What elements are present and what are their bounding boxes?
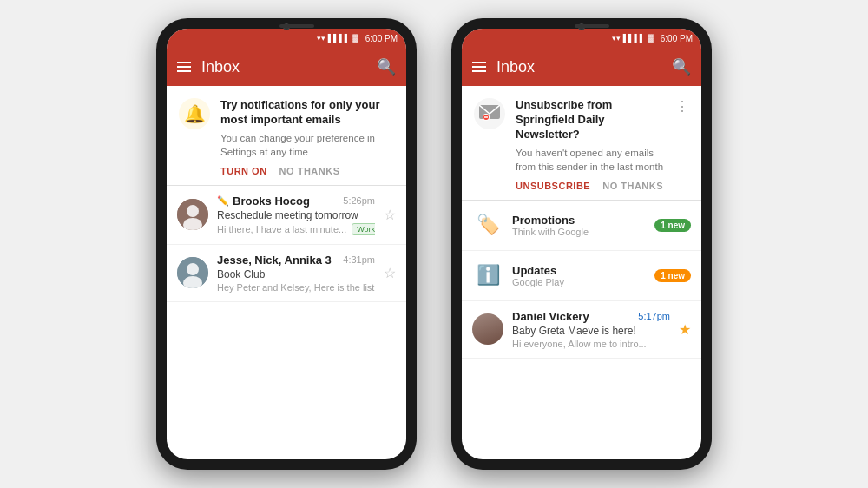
notification-content: Try notifications for only your most imp… (220, 98, 394, 176)
daniel-time: 5:17pm (638, 311, 670, 321)
wifi-icon: ▾▾ (317, 34, 326, 43)
left-email-list: ✏️ Brooks Hocog 5:26pm Reschedule meetin… (167, 186, 406, 459)
promotions-content: Promotions Think with Google (512, 214, 646, 237)
jesse-subject: Book Club (217, 268, 375, 280)
unsubscribe-content: Unsubscribe from Springfield Daily Newsl… (516, 98, 665, 191)
updates-badge: 1 new (654, 269, 691, 282)
left-phone: ▾▾ ▌▌▌▌ ▓ 6:00 PM Inbox 🔍 🔔 Try notifica… (156, 18, 417, 470)
bell-icon: 🔔 (184, 103, 206, 124)
unsubscribe-button[interactable]: UNSUBSCRIBE (516, 181, 590, 191)
jesse-avatar (177, 257, 208, 288)
promotions-name: Promotions (512, 214, 646, 227)
brooks-preview: Hi there, I have a last minute... Work (217, 223, 375, 235)
updates-sub: Google Play (512, 277, 646, 287)
daniel-email-header: Daniel Vickery 5:17pm (512, 310, 670, 323)
brooks-avatar (177, 199, 208, 230)
left-search-button[interactable]: 🔍 (377, 57, 396, 76)
email-item-brooks[interactable]: ✏️ Brooks Hocog 5:26pm Reschedule meetin… (167, 186, 406, 245)
notification-card: 🔔 Try notifications for only your most i… (167, 86, 406, 186)
left-toolbar: Inbox 🔍 (167, 48, 406, 86)
brooks-subject: Reschedule meeting tomorrow (217, 209, 375, 221)
daniel-preview: Hi everyone, Allow me to intro... (512, 339, 670, 349)
notification-body: You can change your preference in Settin… (220, 131, 394, 159)
brooks-email-header: ✏️ Brooks Hocog 5:26pm (217, 195, 375, 208)
unsubscribe-title: Unsubscribe from Springfield Daily Newsl… (516, 98, 665, 142)
unsubscribe-card: Unsubscribe from Springfield Daily Newsl… (462, 86, 701, 201)
left-status-bar: ▾▾ ▌▌▌▌ ▓ 6:00 PM (167, 29, 406, 48)
updates-name: Updates (512, 264, 646, 277)
brooks-sender: ✏️ Brooks Hocog (217, 195, 310, 208)
battery-icon: ▓ (352, 34, 358, 43)
brooks-time: 5:26pm (343, 195, 375, 206)
right-search-button[interactable]: 🔍 (672, 57, 691, 76)
daniel-subject: Baby Greta Maeve is here! (512, 325, 670, 337)
phone-speaker (279, 24, 314, 28)
svg-point-1 (187, 205, 199, 217)
jesse-time: 4:31pm (343, 254, 375, 265)
email-item-daniel[interactable]: Daniel Vickery 5:17pm Baby Greta Maeve i… (462, 301, 701, 359)
more-options-button[interactable]: ⋮ (675, 98, 689, 115)
right-phone-speaker (575, 24, 609, 28)
jesse-email-header: Jesse, Nick, Annika 3 4:31pm (217, 254, 375, 267)
right-toolbar-title: Inbox (496, 58, 661, 76)
turn-on-button[interactable]: TURN ON (220, 166, 267, 176)
promotions-icon: 🏷️ (472, 209, 503, 241)
right-status-icons: ▾▾ ▌▌▌▌ ▓ (612, 34, 654, 43)
jesse-email-content: Jesse, Nick, Annika 3 4:31pm Book Club H… (217, 254, 375, 293)
right-wifi-icon: ▾▾ (612, 34, 621, 43)
bell-icon-container: 🔔 (179, 98, 210, 129)
left-status-time: 6:00 PM (365, 34, 398, 43)
no-thanks-button-left[interactable]: NO THANKS (279, 166, 340, 176)
jesse-star[interactable]: ☆ (384, 265, 396, 281)
left-status-icons: ▾▾ ▌▌▌▌ ▓ (317, 34, 358, 43)
signal-icon: ▌▌▌▌ (328, 34, 351, 43)
left-phone-screen: ▾▾ ▌▌▌▌ ▓ 6:00 PM Inbox 🔍 🔔 Try notifica… (167, 29, 406, 459)
right-menu-button[interactable] (472, 62, 486, 72)
no-thanks-button-right[interactable]: NO THANKS (602, 181, 663, 191)
promotions-sub: Think with Google (512, 227, 646, 237)
unsubscribe-actions: UNSUBSCRIBE NO THANKS (516, 181, 665, 191)
updates-content: Updates Google Play (512, 264, 646, 287)
right-toolbar: Inbox 🔍 (462, 48, 701, 86)
work-badge: Work (352, 223, 375, 235)
right-phone-screen: ▾▾ ▌▌▌▌ ▓ 6:00 PM Inbox 🔍 (462, 29, 701, 459)
pencil-icon: ✏️ (217, 195, 229, 207)
promotions-category[interactable]: 🏷️ Promotions Think with Google 1 new (462, 201, 701, 251)
brooks-email-content: ✏️ Brooks Hocog 5:26pm Reschedule meetin… (217, 195, 375, 235)
notification-title: Try notifications for only your most imp… (220, 98, 394, 128)
right-battery-icon: ▓ (648, 34, 654, 43)
jesse-preview: Hey Peter and Kelsey, Here is the list..… (217, 282, 375, 293)
promotions-badge: 1 new (654, 219, 691, 232)
daniel-sender: Daniel Vickery (512, 310, 589, 323)
right-phone: ▾▾ ▌▌▌▌ ▓ 6:00 PM Inbox 🔍 (451, 18, 712, 470)
mail-icon-container (474, 98, 505, 129)
right-status-bar: ▾▾ ▌▌▌▌ ▓ 6:00 PM (462, 29, 701, 48)
updates-icon: ℹ️ (472, 260, 503, 291)
brooks-star[interactable]: ☆ (384, 207, 396, 223)
jesse-sender: Jesse, Nick, Annika 3 (217, 254, 332, 267)
left-menu-button[interactable] (177, 62, 191, 72)
left-toolbar-title: Inbox (201, 58, 366, 76)
right-status-time: 6:00 PM (661, 34, 693, 43)
right-category-list: 🏷️ Promotions Think with Google 1 new ℹ️… (462, 201, 701, 459)
svg-point-4 (187, 263, 199, 275)
daniel-avatar (472, 313, 503, 345)
unsubscribe-body: You haven't opened any emails from this … (516, 146, 665, 174)
updates-category[interactable]: ℹ️ Updates Google Play 1 new (462, 251, 701, 301)
daniel-email-content: Daniel Vickery 5:17pm Baby Greta Maeve i… (512, 310, 670, 349)
notification-actions: TURN ON NO THANKS (220, 166, 394, 176)
email-item-jesse[interactable]: Jesse, Nick, Annika 3 4:31pm Book Club H… (167, 245, 406, 302)
right-signal-icon: ▌▌▌▌ (623, 34, 646, 43)
daniel-star[interactable]: ★ (679, 321, 691, 338)
